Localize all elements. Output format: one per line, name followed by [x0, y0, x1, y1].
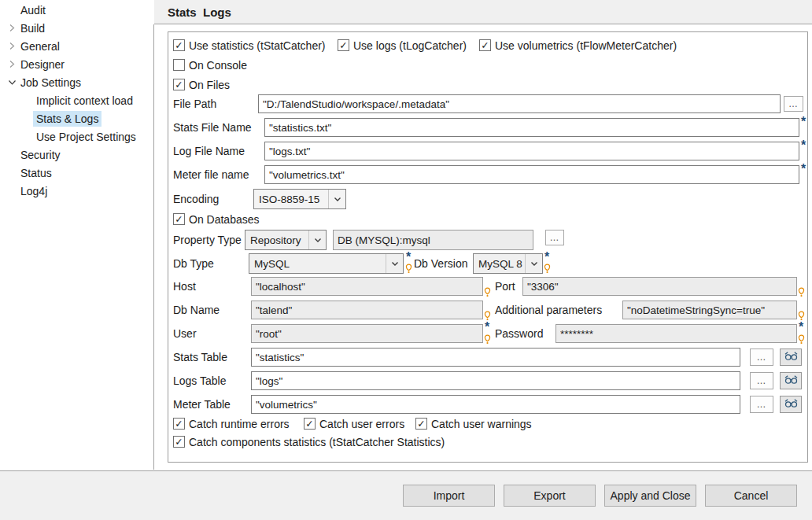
button-label: Import [434, 489, 465, 502]
meter-table-browse-button[interactable]: … [750, 396, 773, 413]
sidebar-item-label: General [17, 39, 63, 54]
encoding-label: Encoding [173, 192, 219, 206]
repository-browse-button[interactable]: … [545, 230, 564, 245]
logs-table-input[interactable] [251, 371, 740, 390]
chevron-down-icon [308, 230, 326, 249]
checkbox-label: Use logs (tLogCatcher) [353, 39, 467, 52]
checkbox-icon [173, 39, 185, 51]
password-input[interactable] [555, 324, 797, 343]
button-label: Cancel [734, 489, 769, 502]
sidebar-item-label: Job Settings [17, 75, 84, 90]
stats-table-input[interactable] [251, 348, 740, 367]
meter-table-input[interactable] [251, 395, 740, 414]
on-console-checkbox[interactable]: On Console [173, 58, 247, 72]
sidebar-item-status[interactable]: Status [0, 164, 153, 182]
combo-value: ISO-8859-15 [259, 194, 328, 205]
logs-table-label: Logs Table [173, 374, 226, 388]
ellipsis-icon: … [757, 399, 767, 410]
on-files-checkbox[interactable]: On Files [173, 78, 230, 91]
page-header: Stats Logs [154, 0, 812, 24]
required-marker: * [544, 252, 549, 263]
chevron-down-icon[interactable] [6, 79, 17, 86]
sidebar-item-implicit-context-load[interactable]: Implicit context load [0, 91, 153, 109]
sidebar-item-audit[interactable]: Audit [0, 1, 153, 19]
log-file-name-label: Log File Name [173, 144, 245, 158]
password-label: Password [495, 326, 543, 341]
cancel-button[interactable]: Cancel [705, 485, 797, 507]
sidebar-item-security[interactable]: Security [0, 146, 153, 164]
additional-parameters-input[interactable] [622, 301, 797, 319]
repository-value-icon [484, 334, 491, 345]
use-volumetrics-checkbox[interactable]: Use volumetrics (tFlowMeterCatcher) [479, 39, 677, 52]
repository-value-icon [798, 287, 805, 297]
chevron-right-icon[interactable] [6, 60, 17, 68]
stats-file-name-input[interactable] [264, 118, 799, 137]
stats-table-guess-button[interactable] [780, 349, 802, 366]
sidebar-item-stats-logs[interactable]: Stats & Logs [0, 109, 153, 127]
db-type-label: Db Type [173, 256, 214, 271]
db-version-select[interactable]: MySQL 8 [473, 253, 543, 274]
glasses-icon [784, 351, 799, 363]
export-button[interactable]: Export [504, 485, 596, 507]
catch-runtime-errors-checkbox[interactable]: Catch runtime errors [173, 417, 290, 430]
combo-value: MySQL [254, 258, 386, 270]
chevron-right-icon[interactable] [6, 24, 17, 32]
logs-table-guess-button[interactable] [780, 372, 802, 389]
checkbox-label: Use statistics (tStatCatcher) [189, 39, 326, 52]
checkbox-label: Catch user errors [319, 418, 404, 430]
sidebar-item-designer[interactable]: Designer [0, 55, 153, 73]
sidebar-item-use-project-settings[interactable]: Use Project Settings [0, 127, 153, 146]
file-path-browse-button[interactable]: … [784, 96, 803, 112]
sidebar-item-label-selected: Stats & Logs [33, 111, 102, 127]
import-button[interactable]: Import [403, 485, 495, 507]
additional-parameters-label: Additional parameters [495, 303, 602, 317]
file-path-input[interactable] [258, 94, 781, 113]
apply-and-close-button[interactable]: Apply and Close [604, 485, 696, 507]
encoding-select[interactable]: ISO-8859-15 [253, 189, 346, 209]
use-statistics-checkbox[interactable]: Use statistics (tStatCatcher) [173, 39, 326, 52]
glasses-icon [784, 374, 799, 387]
sidebar-item-general[interactable]: General [0, 37, 153, 55]
meter-table-label: Meter Table [173, 397, 231, 411]
catch-components-statistics-checkbox[interactable]: Catch components statistics (tStatCatche… [173, 435, 445, 448]
button-label: Export [533, 489, 565, 502]
host-input[interactable] [251, 277, 483, 296]
catch-user-errors-checkbox[interactable]: Catch user errors [304, 417, 404, 430]
sidebar-item-label: Use Project Settings [33, 129, 139, 145]
db-version-label: Db Version [414, 256, 467, 271]
log-file-name-input[interactable] [264, 142, 799, 160]
repository-value-icon [544, 264, 551, 274]
on-databases-checkbox[interactable]: On Databases [173, 212, 260, 226]
sidebar-item-job-settings[interactable]: Job Settings [0, 73, 153, 91]
checkbox-icon [338, 39, 349, 51]
checkbox-icon [479, 39, 491, 51]
db-name-input[interactable] [251, 301, 483, 319]
button-label: Apply and Close [611, 489, 691, 502]
required-marker: * [406, 252, 411, 263]
catch-user-warnings-checkbox[interactable]: Catch user warnings [415, 417, 532, 430]
use-logs-checkbox[interactable]: Use logs (tLogCatcher) [338, 39, 467, 52]
sidebar-item-build[interactable]: Build [0, 19, 153, 37]
ellipsis-icon: … [757, 352, 767, 363]
page-title: Stats Logs [168, 6, 231, 19]
port-input[interactable] [522, 277, 797, 296]
required-marker: * [485, 322, 489, 333]
meter-table-guess-button[interactable] [780, 396, 802, 413]
checkbox-label: Catch user warnings [431, 418, 532, 430]
sidebar-item-log4j[interactable]: Log4j [0, 182, 153, 200]
stats-table-browse-button[interactable]: … [750, 349, 773, 366]
host-label: Host [173, 279, 196, 293]
repository-property-input[interactable] [333, 230, 533, 250]
user-input[interactable] [251, 324, 483, 343]
sidebar-item-label: Implicit context load [33, 93, 136, 109]
required-marker: * [801, 116, 806, 127]
repository-value-icon [484, 287, 491, 297]
db-type-select[interactable]: MySQL [249, 253, 404, 274]
checkbox-icon [173, 436, 185, 448]
repository-value-icon [798, 334, 805, 345]
meter-file-name-input[interactable] [264, 165, 799, 184]
stats-file-name-label: Stats File Name [173, 120, 252, 135]
chevron-right-icon[interactable] [6, 42, 17, 50]
logs-table-browse-button[interactable]: … [750, 372, 773, 389]
property-type-select[interactable]: Repository [245, 230, 327, 250]
